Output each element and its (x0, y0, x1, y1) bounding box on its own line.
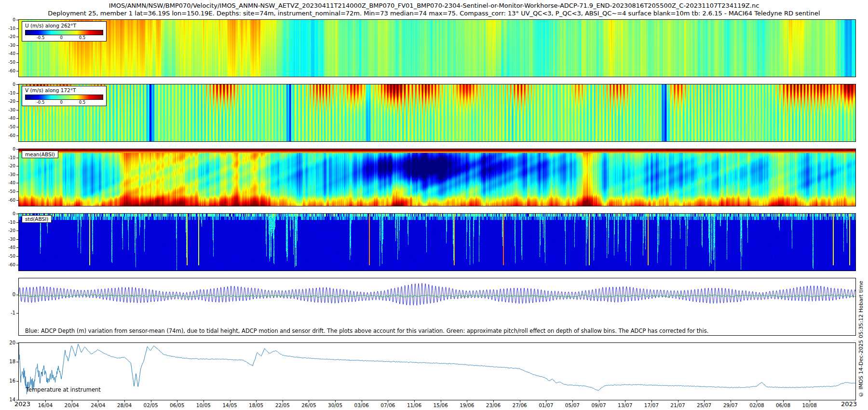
y-tick-mark (16, 84, 18, 85)
y-tick-label: -30 (0, 42, 15, 48)
x-tick-label: 10/05 (192, 402, 215, 408)
y-tick-label: -10 (0, 155, 15, 161)
y-tick-mark (16, 71, 18, 71)
y-tick-mark (16, 265, 18, 265)
x-year-left-label: 2023 (14, 401, 30, 407)
y-tick-mark (16, 222, 18, 223)
y-tick-mark (16, 54, 18, 54)
y-tick-mark (16, 62, 18, 63)
y-tick-label: -40 (0, 245, 15, 250)
y-tick-label: -20 (0, 228, 15, 233)
panel-std-absi: std(ABSI) (18, 213, 856, 271)
x-tick-label: 21/07 (666, 402, 690, 408)
y-tick-mark (16, 200, 18, 201)
mean-absi-heatmap-canvas (19, 149, 855, 206)
v-cbar-tick-zero: 0 (60, 100, 62, 105)
x-tick-label: 22/05 (271, 402, 294, 408)
figure-title-filename: IMOS/ANMN/NSW/BMP070/Velocity/IMOS_ANMN-… (0, 2, 868, 9)
y-tick-label: -30 (0, 107, 15, 113)
x-tick-label: 03/06 (350, 402, 373, 408)
v-legend-label: V (m/s) along 172°T (25, 87, 103, 94)
y-tick-label: 18 (0, 359, 15, 365)
y-tick-label: 0 (0, 146, 15, 152)
x-year-right-label: 2023 (841, 401, 857, 407)
u-cbar-tick-zero: 0 (60, 35, 62, 40)
x-tick-label: 06/08 (772, 402, 795, 408)
y-tick-label: -20 (0, 34, 15, 40)
v-cbar-tick-neg: -0.5 (37, 100, 45, 105)
x-tick-label: 24/04 (86, 402, 109, 408)
y-tick-mark (16, 175, 18, 175)
temperature-label: Temperature at instrument (26, 386, 101, 393)
x-tick-label: 28/04 (113, 402, 136, 408)
v-colorbar-legend: V (m/s) along 172°T -0.5 0 0.5 (22, 86, 107, 106)
y-tick-mark (16, 381, 18, 382)
y-tick-label: 20 (0, 340, 15, 346)
y-tick-label: 0 (0, 211, 15, 217)
x-tick-label: 19/06 (455, 402, 478, 408)
x-tick-label: 11/06 (403, 402, 426, 408)
y-tick-label: -60 (0, 197, 15, 203)
x-tick-label: 26/05 (297, 402, 320, 408)
std-absi-label: std(ABSI) (22, 215, 52, 223)
y-tick-label: -60 (0, 68, 15, 74)
x-tick-label: 25/07 (692, 402, 716, 408)
y-tick-label: -20 (0, 163, 15, 169)
u-cbar-tick-pos: 0.5 (79, 35, 86, 40)
y-tick-label: -1 (0, 310, 15, 316)
u-colorbar-ticks: -0.5 0 0.5 (25, 35, 102, 41)
v-colorbar-gradient (25, 95, 103, 100)
y-tick-mark (16, 191, 18, 192)
y-tick-mark (16, 37, 18, 37)
y-tick-mark (16, 313, 18, 314)
y-tick-label: -30 (0, 236, 15, 242)
y-tick-mark (16, 231, 18, 231)
y-tick-mark (16, 256, 18, 257)
y-tick-mark (16, 28, 18, 29)
panel-depth-variation (18, 278, 856, 336)
y-tick-label: 0 (0, 292, 15, 298)
y-tick-label: 0 (0, 17, 15, 23)
x-tick-label: 23/06 (482, 402, 505, 408)
y-tick-label: -10 (0, 219, 15, 225)
y-tick-label: -40 (0, 115, 15, 121)
y-tick-label: -10 (0, 26, 15, 31)
y-tick-mark (16, 20, 18, 20)
u-legend-label: U (m/s) along 262°T (25, 23, 103, 29)
x-tick-label: 18/05 (244, 402, 268, 408)
x-tick-label: 09/07 (587, 402, 610, 408)
y-tick-label: -60 (0, 262, 15, 268)
y-tick-mark (16, 183, 18, 183)
u-colorbar-gradient (25, 30, 103, 35)
y-tick-label: -50 (0, 59, 15, 65)
y-tick-mark (16, 127, 18, 127)
y-tick-mark (16, 166, 18, 166)
y-tick-mark (16, 247, 18, 248)
y-tick-mark (16, 118, 18, 119)
v-velocity-heatmap-canvas (19, 84, 855, 141)
x-tick-label: 05/07 (561, 402, 584, 408)
y-tick-mark (16, 295, 18, 295)
panel-mean-absi: mean(ABSI) (18, 149, 856, 206)
u-cbar-tick-neg: -0.5 (37, 35, 45, 40)
u-velocity-heatmap-canvas (19, 20, 855, 77)
v-cbar-tick-pos: 0.5 (79, 100, 86, 105)
x-tick-label: 06/05 (165, 402, 189, 408)
x-tick-label: 01/07 (534, 402, 557, 408)
x-tick-label: 20/04 (60, 402, 83, 408)
y-tick-mark (16, 45, 18, 46)
adcp-summary-figure: IMOS/ANMN/NSW/BMP070/Velocity/IMOS_ANMN-… (0, 0, 868, 410)
y-tick-mark (16, 101, 18, 102)
y-tick-mark (16, 214, 18, 214)
std-absi-heatmap-canvas (19, 214, 855, 271)
mean-absi-label: mean(ABSI) (22, 150, 58, 158)
panel-temperature (18, 342, 856, 400)
y-tick-mark (16, 343, 18, 343)
y-tick-mark (16, 362, 18, 362)
y-tick-label: -40 (0, 51, 15, 56)
x-tick-label: 29/07 (719, 402, 742, 408)
y-tick-mark (16, 158, 18, 158)
y-tick-mark (16, 149, 18, 150)
x-tick-label: 27/06 (508, 402, 531, 408)
x-tick-label: 13/07 (613, 402, 637, 408)
